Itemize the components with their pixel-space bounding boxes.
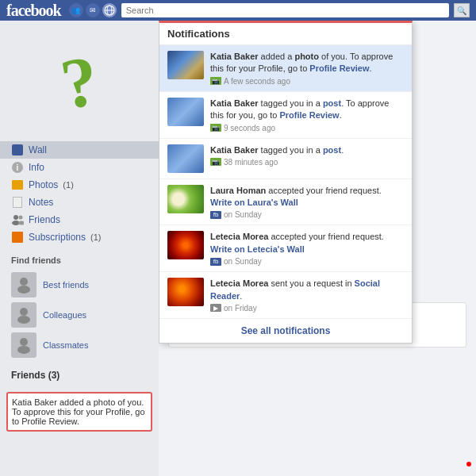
notif-thumb-1 xyxy=(167,51,204,79)
notif-msg-2: Katia Baker tagged you in a post. To app… xyxy=(210,98,404,122)
find-friends-title: Find friends xyxy=(11,255,148,265)
see-all-notifications[interactable]: See all notifications xyxy=(159,319,412,343)
nav-item-wall[interactable]: Wall xyxy=(0,141,159,159)
notif-text-1: Katia Baker added a photo of you. To app… xyxy=(210,51,404,86)
notif-msg-5: Letecia Morea accepted your friend reque… xyxy=(210,231,404,255)
friend-suggest-best[interactable]: Best friends xyxy=(11,270,148,300)
friends-section-title: Friends (3) xyxy=(11,370,148,381)
notes-icon xyxy=(11,196,24,209)
notifications-header: Notifications xyxy=(159,23,412,45)
friends-section: Friends (3) xyxy=(0,363,159,387)
notif-msg-1: Katia Baker added a photo of you. To app… xyxy=(210,51,404,75)
notif-msg-6: Letecia Morea sent you a request in Soci… xyxy=(210,278,404,302)
friend-suggest-classmates[interactable]: Classmates xyxy=(11,330,148,360)
nav-item-notes[interactable]: Notes xyxy=(0,194,159,211)
question-mark-graphic: ? xyxy=(56,44,103,121)
wall-icon xyxy=(11,144,24,156)
notif-time-5: fb on Sunday xyxy=(210,257,404,266)
info-icon: i xyxy=(11,161,24,174)
friend-avatar-colleagues xyxy=(11,302,36,328)
notification-item-1[interactable]: Katia Baker added a photo of you. To app… xyxy=(159,45,412,92)
notif-time-1: 📷 A few seconds ago xyxy=(210,77,404,86)
notif-thumb-4 xyxy=(167,185,204,213)
globe-nav-icon[interactable] xyxy=(102,3,117,17)
profile-nav: Wall i Info Photos (1) Notes xyxy=(0,138,159,249)
svg-point-5 xyxy=(19,216,23,220)
time-icon-6: ▶ xyxy=(210,304,221,312)
bottom-notification-box: Katia Baker added a photo of you. To app… xyxy=(6,392,152,432)
notification-item-3[interactable]: Katia Baker tagged you in a post. 📷 38 m… xyxy=(159,139,412,179)
notif-msg-4: Laura Homan accepted your friend request… xyxy=(210,185,404,209)
friends-icon xyxy=(11,213,24,226)
notification-item-5[interactable]: Letecia Morea accepted your friend reque… xyxy=(159,225,412,272)
nav-item-photos[interactable]: Photos (1) xyxy=(0,176,159,194)
notification-item-4[interactable]: Laura Homan accepted your friend request… xyxy=(159,179,412,226)
nav-subscriptions-count: (1) xyxy=(90,232,101,242)
nav-photos-label: Photos xyxy=(29,179,58,190)
nav-icons-group: 👥 ✉ xyxy=(69,3,117,17)
photos-icon xyxy=(11,178,24,191)
nav-item-info[interactable]: i Info xyxy=(0,159,159,176)
friend-suggest-colleagues[interactable]: Colleagues xyxy=(11,300,148,330)
nav-subscriptions-label: Subscriptions xyxy=(29,232,86,243)
time-icon-1: 📷 xyxy=(210,77,221,85)
nav-photos-count: (1) xyxy=(63,180,73,190)
time-icon-4: fb xyxy=(210,211,221,219)
notifications-dropdown: Notifications Katia Baker added a photo … xyxy=(159,21,413,344)
svg-point-8 xyxy=(17,286,30,294)
notif-text-3: Katia Baker tagged you in a post. 📷 38 m… xyxy=(210,144,404,173)
nav-item-friends[interactable]: Friends xyxy=(0,211,159,228)
time-icon-5: fb xyxy=(210,258,221,266)
notification-item-6[interactable]: Letecia Morea sent you a request in Soci… xyxy=(159,272,412,319)
time-icon-2: 📷 xyxy=(210,124,221,132)
friend-name-colleagues: Colleagues xyxy=(43,310,86,320)
content-area: ★ ☆ ✿ View post · 39 minutes ago · 👍 Joh… xyxy=(159,21,476,476)
friend-name-best: Best friends xyxy=(43,280,89,290)
time-icon-3: 📷 xyxy=(210,158,221,166)
notif-time-3: 📷 38 minutes ago xyxy=(210,158,404,167)
svg-point-11 xyxy=(20,338,28,346)
search-input[interactable] xyxy=(121,3,449,17)
notif-thumb-5 xyxy=(167,231,204,259)
messages-nav-icon[interactable]: ✉ xyxy=(86,3,100,17)
nav-info-label: Info xyxy=(29,162,44,173)
friend-avatar-best xyxy=(11,272,36,298)
svg-point-12 xyxy=(17,346,30,354)
nav-friends-label: Friends xyxy=(29,214,60,225)
nav-item-subscriptions[interactable]: Subscriptions (1) xyxy=(0,228,159,246)
notif-msg-3: Katia Baker tagged you in a post. xyxy=(210,144,404,156)
notif-thumb-6 xyxy=(167,278,204,306)
nav-notes-label: Notes xyxy=(29,197,53,208)
bottom-notification-text: Katia Baker added a photo of you. To app… xyxy=(12,397,145,426)
svg-point-3 xyxy=(13,215,18,220)
friend-name-classmates: Classmates xyxy=(43,340,88,350)
friends-nav-icon[interactable]: 👥 xyxy=(69,3,83,17)
notif-thumb-3 xyxy=(167,144,204,173)
nav-wall-label: Wall xyxy=(29,144,47,155)
profile-illustration: ? xyxy=(0,27,159,138)
main-layout: ? Wall i Info Photos (1) xyxy=(0,21,476,476)
red-dot-indicator xyxy=(466,462,471,466)
notif-thumb-2 xyxy=(167,98,204,126)
svg-point-10 xyxy=(17,316,30,324)
facebook-logo: facebook xyxy=(6,2,61,20)
notification-item-2[interactable]: Katia Baker tagged you in a post. To app… xyxy=(159,92,412,139)
see-all-link[interactable]: See all notifications xyxy=(241,325,331,336)
search-button[interactable]: 🔍 xyxy=(454,3,470,17)
notif-time-2: 📷 9 seconds ago xyxy=(210,124,404,132)
notif-text-4: Laura Homan accepted your friend request… xyxy=(210,185,404,220)
notif-time-4: fb on Sunday xyxy=(210,210,404,219)
friend-avatar-classmates xyxy=(11,332,36,358)
subscriptions-icon xyxy=(11,231,24,244)
sidebar: ? Wall i Info Photos (1) xyxy=(0,21,159,476)
notif-text-2: Katia Baker tagged you in a post. To app… xyxy=(210,98,404,132)
svg-point-9 xyxy=(20,308,28,316)
top-navigation: facebook 👥 ✉ 🔍 xyxy=(0,0,476,21)
find-friends-section: Find friends Best friends Colle xyxy=(0,249,159,363)
notif-text-5: Letecia Morea accepted your friend reque… xyxy=(210,231,404,266)
notif-time-6: ▶ on Friday xyxy=(210,304,404,313)
svg-point-7 xyxy=(20,278,28,286)
notif-text-6: Letecia Morea sent you a request in Soci… xyxy=(210,278,404,313)
